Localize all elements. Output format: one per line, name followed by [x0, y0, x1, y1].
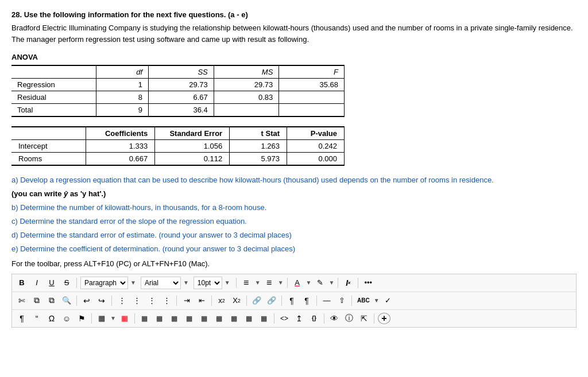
justify-button[interactable]: ⋮	[160, 294, 173, 307]
table-button-1[interactable]: ▦	[138, 312, 151, 325]
anova-ss-regression: 29.73	[149, 79, 214, 91]
quote-button[interactable]: “	[30, 312, 43, 325]
indent-button[interactable]: ⇥	[180, 294, 193, 307]
help-button[interactable]: ⓘ	[343, 312, 355, 325]
paragraph-select[interactable]: Paragraph	[80, 277, 128, 289]
coef-row-rooms: Rooms 0.667 0.112 5.973 0.000	[11, 153, 345, 166]
spellcheck-button[interactable]: ABC	[355, 294, 372, 307]
dropdown-arrow-3: ▼	[225, 279, 230, 286]
subscript-button[interactable]: X2	[230, 294, 243, 307]
sub-question-yhat: (you can write ŷ as 'y hat'.)	[11, 188, 577, 200]
dropdown-arrow-9: ▼	[110, 315, 116, 321]
bold-button[interactable]: B	[16, 277, 28, 289]
toolbar-row-2: ✄ ⧉ ⧉ 🔍 ↩ ↪ ⋮ ⋮ ⋮ ⋮ ⇥ ⇤ x2 X2 🔗 🔗 ¶ ¶ —	[12, 292, 576, 310]
table-button-2[interactable]: ▦	[153, 312, 166, 325]
align-center-button[interactable]: ⋮	[130, 294, 143, 307]
toolbar: B I U S Paragraph ▼ Arial ▼ 10pt ▼ ≡ ▼ ≡…	[11, 274, 577, 328]
more-button[interactable]: •••	[362, 277, 374, 289]
clear-formatting-button[interactable]: Ix	[342, 277, 354, 289]
sub-question-b: b) Determine the number of kilowatt-hour…	[11, 201, 577, 214]
anova-col-f: F	[279, 65, 345, 79]
separator-17	[324, 313, 324, 324]
coef-se-intercept: 1.056	[155, 140, 230, 153]
superscript-button[interactable]: x2	[215, 294, 228, 307]
anova-col-df: df	[96, 65, 149, 79]
link-button[interactable]: 🔗	[250, 294, 263, 307]
pilcrow-button[interactable]: ¶	[16, 312, 28, 325]
fullscreen-button[interactable]: ⇱	[358, 312, 370, 325]
dropdown-arrow-2: ▼	[183, 279, 189, 286]
redo-button[interactable]: ↪	[95, 294, 108, 307]
copy-button[interactable]: ⧉	[30, 294, 43, 307]
check-button[interactable]: ✓	[382, 294, 394, 307]
separator-7	[111, 296, 112, 306]
omega-button[interactable]: Ω	[45, 312, 58, 325]
table-button-7[interactable]: ▦	[228, 312, 241, 325]
toolbar-note: For the toolbar, press ALT+F10 (PC) or A…	[11, 259, 577, 268]
anova-label-residual: Residual	[11, 91, 96, 104]
upload-button[interactable]: ⇧	[335, 294, 348, 307]
coef-table: Coefficients Standard Error t Stat P-val…	[11, 126, 345, 166]
coef-col-coef: Coefficients	[86, 127, 155, 140]
separator-1	[76, 278, 77, 288]
table-delete-button[interactable]: ▦	[118, 312, 131, 325]
text-direction-button[interactable]: ↥	[293, 312, 305, 325]
list-unordered-button[interactable]: ≡	[240, 277, 253, 289]
align-right-button[interactable]: ⋮	[145, 294, 158, 307]
separator-10	[246, 296, 247, 306]
anova-label-regression: Regression	[11, 79, 96, 91]
font-color-button[interactable]: A	[291, 277, 304, 289]
table-button-8[interactable]: ▦	[243, 312, 256, 325]
undo-button[interactable]: ↩	[80, 294, 93, 307]
list-ordered-button[interactable]: ≡	[263, 277, 276, 289]
separator-18	[374, 313, 374, 324]
fontsize-select[interactable]: 10pt	[194, 277, 222, 289]
bookmark-button[interactable]: ⚑	[75, 312, 88, 325]
code-button[interactable]: <>	[278, 312, 291, 325]
anova-table: df SS MS F Regression 1 29.73 29.73 35.6…	[11, 65, 345, 117]
strikethrough-button[interactable]: S	[60, 277, 73, 289]
coef-val-intercept: 1.333	[86, 140, 155, 153]
emoji-button[interactable]: ☺	[60, 312, 73, 325]
coef-tstat-intercept: 1.263	[230, 140, 287, 153]
hr-button[interactable]: —	[320, 294, 333, 307]
sub-questions: a) Develop a regression equation that ca…	[11, 174, 577, 268]
anova-table-container: df SS MS F Regression 1 29.73 29.73 35.6…	[11, 65, 577, 117]
anova-col-ms: MS	[214, 65, 279, 79]
align-left-button[interactable]: ⋮	[115, 294, 128, 307]
table-button-5[interactable]: ▦	[198, 312, 211, 325]
underline-button[interactable]: U	[45, 277, 58, 289]
anova-row-regression: Regression 1 29.73 29.73 35.68	[11, 79, 345, 91]
coef-pval-intercept: 0.242	[287, 140, 345, 153]
separator-16	[274, 313, 274, 324]
coef-label-rooms: Rooms	[11, 153, 86, 166]
plus-button[interactable]: +	[378, 313, 390, 324]
toolbar-row-3: ¶ “ Ω ☺ ⚑ ▦ ▼ ▦ ▦ ▦ ▦ ▦ ▦ ▦ ▦ ▦ ▦ <> ↥ {…	[12, 310, 576, 327]
table-button-9[interactable]: ▦	[258, 312, 270, 325]
anova-df-total: 9	[96, 104, 149, 117]
highlight-button[interactable]: ✎	[314, 277, 326, 289]
table-button-4[interactable]: ▦	[183, 312, 196, 325]
separator-5	[358, 278, 358, 288]
coef-table-container: Coefficients Standard Error t Stat P-val…	[11, 126, 577, 166]
anova-ms-residual: 0.83	[214, 91, 279, 104]
search-button[interactable]: 🔍	[60, 294, 73, 307]
dropdown-arrow-4: ▼	[255, 279, 261, 286]
table-button-3[interactable]: ▦	[168, 312, 181, 325]
unlink-button[interactable]: 🔗	[265, 294, 278, 307]
paste-button[interactable]: ⧉	[45, 294, 58, 307]
font-select[interactable]: Arial	[141, 277, 181, 289]
content-area: 28. Use the following information for th…	[0, 0, 588, 333]
dropdown-arrow-8: ▼	[374, 297, 380, 304]
separator-14	[91, 313, 92, 324]
outdent-button[interactable]: ⇤	[195, 294, 208, 307]
rtl-button[interactable]: ¶	[285, 294, 298, 307]
preview-button[interactable]: 👁	[328, 312, 341, 325]
table-button-6[interactable]: ▦	[213, 312, 226, 325]
table-insert-button[interactable]: ▦	[95, 312, 108, 325]
italic-button[interactable]: I	[30, 277, 43, 289]
dropdown-arrow-5: ▼	[278, 279, 284, 286]
ltr-button[interactable]: ¶	[300, 294, 313, 307]
json-button[interactable]: {}	[308, 312, 320, 325]
cut-button[interactable]: ✄	[16, 294, 28, 307]
